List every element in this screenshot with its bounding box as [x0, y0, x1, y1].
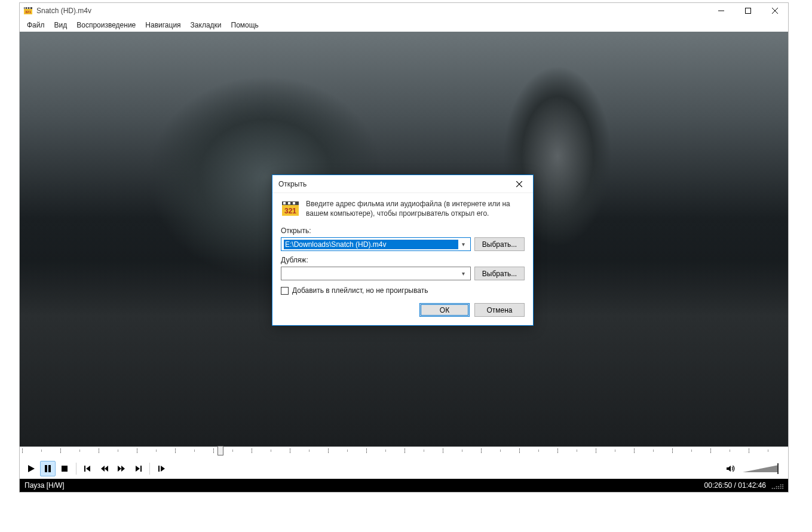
svg-rect-14	[283, 202, 286, 204]
svg-text:321: 321	[284, 207, 296, 215]
status-text: Пауза [H/W]	[24, 481, 704, 490]
window-controls	[707, 3, 788, 19]
svg-rect-3	[29, 8, 30, 9]
mute-button[interactable]	[722, 461, 738, 476]
dub-label: Дубляж:	[281, 256, 525, 264]
dialog-intro-text: Введите адрес фильма или аудиофайла (в и…	[306, 199, 525, 218]
dialog-app-icon: 321	[281, 199, 300, 218]
menu-navigate[interactable]: Навигация	[140, 20, 185, 30]
browse-dub-button[interactable]: Выбрать...	[474, 267, 525, 280]
svg-text:321: 321	[25, 10, 32, 14]
menu-file[interactable]: Файл	[22, 20, 50, 30]
seekbar[interactable]	[22, 447, 786, 458]
svg-rect-1	[24, 8, 26, 9]
seekbar-thumb[interactable]	[217, 446, 223, 455]
dialog-close-button[interactable]	[511, 176, 527, 192]
svg-rect-8	[48, 465, 51, 472]
svg-rect-16	[293, 202, 295, 204]
close-button[interactable]	[761, 3, 788, 19]
dropdown-icon[interactable]: ▾	[458, 241, 468, 247]
svg-rect-2	[27, 8, 28, 9]
maximize-button[interactable]	[734, 3, 761, 19]
rewind-button[interactable]	[97, 461, 112, 476]
seekbar-row	[20, 447, 788, 458]
skip-back-button[interactable]	[80, 461, 96, 476]
svg-rect-11	[140, 466, 142, 472]
svg-rect-12	[158, 466, 160, 472]
dropdown-icon[interactable]: ▾	[458, 270, 468, 277]
svg-rect-9	[62, 466, 68, 472]
controls	[20, 458, 788, 479]
dialog-body: 321 Введите адрес фильма или аудиофайла …	[272, 193, 533, 325]
menu-favorites[interactable]: Закладки	[186, 20, 226, 30]
frame-step-button[interactable]	[154, 461, 169, 476]
browse-open-button[interactable]: Выбрать...	[474, 237, 525, 251]
open-label: Открыть:	[281, 227, 525, 235]
dub-path-input[interactable]: ▾	[281, 267, 471, 280]
statusbar: Пауза [H/W] 00:26:50 / 01:42:46 ⣀⣤⣶	[20, 479, 788, 492]
svg-rect-10	[84, 466, 85, 472]
seekbar-subticks	[22, 450, 786, 452]
menubar: Файл Вид Воспроизведение Навигация Закла…	[20, 19, 788, 32]
app-icon: 321	[23, 6, 33, 16]
stop-button[interactable]	[57, 461, 72, 476]
forward-button[interactable]	[114, 461, 129, 476]
time-display: 00:26:50 / 01:42:46	[704, 481, 766, 490]
add-to-playlist-checkbox[interactable]	[281, 287, 289, 295]
menu-help[interactable]: Помощь	[226, 20, 263, 30]
window-title: Snatch (HD).m4v	[36, 7, 707, 15]
minimize-button[interactable]	[707, 3, 734, 19]
menu-view[interactable]: Вид	[50, 20, 72, 30]
separator	[149, 463, 150, 475]
play-button[interactable]	[23, 461, 39, 476]
open-path-value: E:\Downloads\Snatch (HD).m4v	[284, 240, 458, 249]
titlebar: 321 Snatch (HD).m4v	[20, 3, 788, 19]
svg-rect-7	[45, 465, 47, 472]
separator	[76, 463, 76, 475]
dialog-title: Открыть	[278, 180, 511, 188]
svg-rect-6	[745, 8, 750, 14]
cancel-button[interactable]: Отмена	[474, 303, 525, 317]
ok-button[interactable]: ОК	[419, 303, 470, 317]
dialog-titlebar: Открыть	[272, 175, 533, 193]
open-path-input[interactable]: E:\Downloads\Snatch (HD).m4v ▾	[281, 237, 471, 251]
volume-slider[interactable]	[743, 464, 785, 473]
svg-rect-15	[288, 202, 290, 204]
menu-play[interactable]: Воспроизведение	[72, 20, 140, 30]
resize-grip-icon[interactable]: ⣀⣤⣶	[771, 481, 783, 490]
open-dialog: Открыть 321 Введите адрес фильма или ауд…	[272, 175, 534, 326]
skip-forward-button[interactable]	[130, 461, 146, 476]
add-to-playlist-label: Добавить в плейлист, но не проигрывать	[292, 286, 428, 295]
pause-button[interactable]	[40, 461, 56, 476]
